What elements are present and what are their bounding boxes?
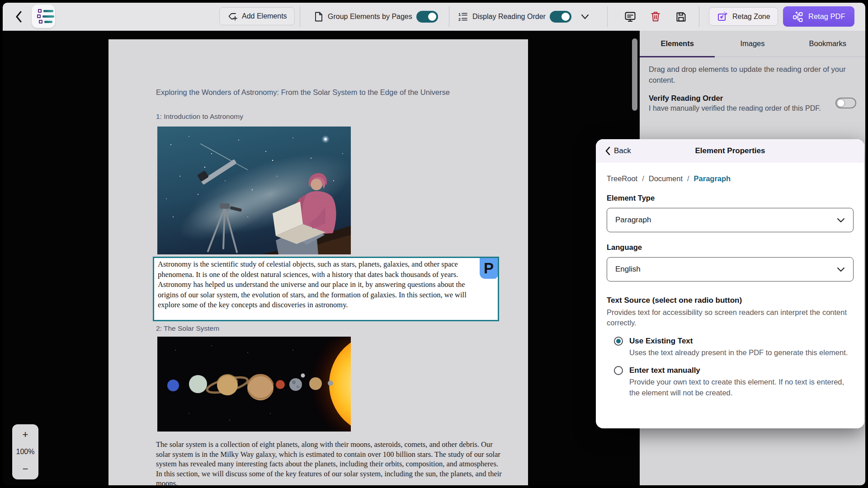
radio-use-existing-text[interactable]: Use Existing Text [614, 337, 854, 346]
radio-button-selected[interactable] [614, 337, 623, 346]
radio-enter-manually-label: Enter text manually [629, 366, 700, 375]
radio-enter-manually-desc: Provide your own text to create this ele… [629, 377, 851, 398]
page-icon [314, 11, 324, 22]
retag-zone-button[interactable]: Retag Zone [709, 7, 778, 26]
reading-order-hint: Drag and drop elements to update the rea… [640, 57, 865, 86]
text-source-desc: Provides text for accessibility so scree… [607, 307, 854, 328]
astronomy-figure-image [157, 127, 351, 254]
language-value: English [615, 265, 641, 274]
tab-images[interactable]: Images [715, 31, 790, 56]
svg-text:2: 2 [458, 17, 461, 22]
element-properties-panel: Back Element Properties TreeRoot / Docum… [596, 139, 864, 428]
reading-order-app-icon[interactable] [32, 5, 55, 28]
chevron-down-icon [837, 218, 845, 223]
app-icon-row [37, 14, 54, 18]
retag-pdf-button[interactable]: Retag PDF [783, 6, 854, 27]
back-button[interactable] [12, 9, 25, 24]
verify-reading-order-toggle[interactable] [835, 98, 856, 108]
section-heading-2: 2: The Solar System [156, 324, 219, 333]
toggle-knob [837, 99, 845, 107]
retag-pdf-label: Retag PDF [808, 12, 845, 21]
trash-icon [650, 10, 661, 23]
display-reading-order-control: 1 2 Display Reading Order [458, 8, 589, 26]
solar-system-figure-image [157, 337, 351, 432]
group-elements-toggle[interactable] [416, 11, 438, 23]
toolbar-divider [449, 6, 449, 27]
chevron-left-icon [605, 146, 610, 155]
chevron-left-icon [15, 11, 22, 23]
radio-use-existing-desc: Uses the text already present in the PDF… [629, 347, 851, 358]
back-label: Back [614, 146, 631, 155]
language-select[interactable]: English [607, 257, 854, 282]
zoom-level: 100% [16, 448, 35, 456]
floppy-disk-icon [675, 11, 687, 23]
toggle-knob [561, 12, 571, 22]
svg-text:1: 1 [458, 12, 461, 17]
breadcrumb: TreeRoot / Document / Paragraph [607, 174, 854, 183]
paragraph-tag-badge[interactable]: P [480, 258, 498, 279]
section-heading-1: 1: Introduction to Astronomy [156, 113, 243, 121]
zoom-in-button[interactable]: + [23, 430, 28, 440]
toolbar: Add Elements Group Elements by Pages 1 2… [3, 3, 865, 31]
properties-back-button[interactable]: Back [605, 146, 631, 155]
element-type-select[interactable]: Paragraph [607, 208, 854, 232]
properties-title: Element Properties [596, 146, 864, 155]
element-type-value: Paragraph [615, 216, 651, 225]
display-reading-order-label: Display Reading Order [472, 13, 546, 21]
group-elements-control: Group Elements by Pages [314, 8, 438, 26]
selected-paragraph-element[interactable]: Astronomy is the scientific study of cel… [153, 257, 499, 321]
breadcrumb-separator: / [642, 174, 644, 183]
radio-use-existing-label: Use Existing Text [629, 337, 693, 346]
breadcrumb-paragraph: Paragraph [694, 174, 731, 183]
retag-zone-label: Retag Zone [732, 13, 770, 21]
zoom-out-button[interactable]: − [23, 464, 28, 474]
tab-bookmarks[interactable]: Bookmarks [790, 31, 865, 56]
display-reading-order-toggle[interactable] [550, 11, 571, 23]
delete-button[interactable] [646, 7, 665, 27]
element-properties-body: TreeRoot / Document / Paragraph Element … [596, 163, 864, 398]
verify-reading-order-title: Verify Reading Order [649, 94, 830, 103]
verify-reading-order-row: Verify Reading Order I have manually ver… [640, 86, 865, 113]
verify-reading-order-desc: I have manually verified the reading ord… [649, 104, 830, 113]
app-window: Add Elements Group Elements by Pages 1 2… [3, 3, 865, 485]
app-icon-row [39, 20, 52, 23]
add-elements-button[interactable]: Add Elements [219, 7, 295, 25]
text-source-label: Text Source (select one radio button) [607, 296, 854, 305]
add-elements-label: Add Elements [242, 12, 287, 20]
radio-enter-text-manually[interactable]: Enter text manually [614, 366, 854, 375]
document-title: Exploring the Wonders of Astronomy: From… [156, 88, 486, 97]
toggle-knob [427, 12, 437, 22]
comment-box-icon [624, 10, 637, 23]
language-label: Language [607, 243, 854, 252]
paragraph-element: The solar system is a collection of eigh… [156, 440, 504, 485]
sitemap-sparkle-icon [792, 11, 804, 23]
crop-sparkle-icon [717, 11, 728, 23]
toolbar-divider [300, 6, 300, 27]
breadcrumb-separator: / [687, 174, 689, 183]
tag-plus-icon [227, 11, 238, 22]
save-button[interactable] [671, 7, 691, 27]
numbered-list-icon: 1 2 [458, 11, 468, 22]
chevron-down-icon [837, 267, 845, 272]
zoom-control: + 100% − [12, 424, 38, 479]
breadcrumb-document[interactable]: Document [649, 174, 683, 183]
annotation-button[interactable] [620, 7, 640, 27]
pdf-page: Exploring the Wonders of Astronomy: From… [108, 39, 528, 485]
paragraph-text: Astronomy is the scientific study of cel… [158, 260, 467, 309]
group-elements-label: Group Elements by Pages [328, 13, 412, 21]
toolbar-divider [607, 6, 608, 27]
tab-elements[interactable]: Elements [640, 31, 715, 56]
toolbar-divider [699, 6, 699, 27]
element-type-label: Element Type [607, 194, 854, 202]
breadcrumb-treeroot[interactable]: TreeRoot [607, 174, 637, 183]
app-icon-row [38, 9, 53, 13]
chevron-down-icon[interactable] [581, 14, 589, 19]
vertical-scrollbar[interactable] [632, 38, 637, 111]
panel-tabs: Elements Images Bookmarks [640, 31, 865, 57]
element-properties-header: Back Element Properties [596, 139, 864, 163]
radio-button-unselected[interactable] [614, 366, 623, 375]
